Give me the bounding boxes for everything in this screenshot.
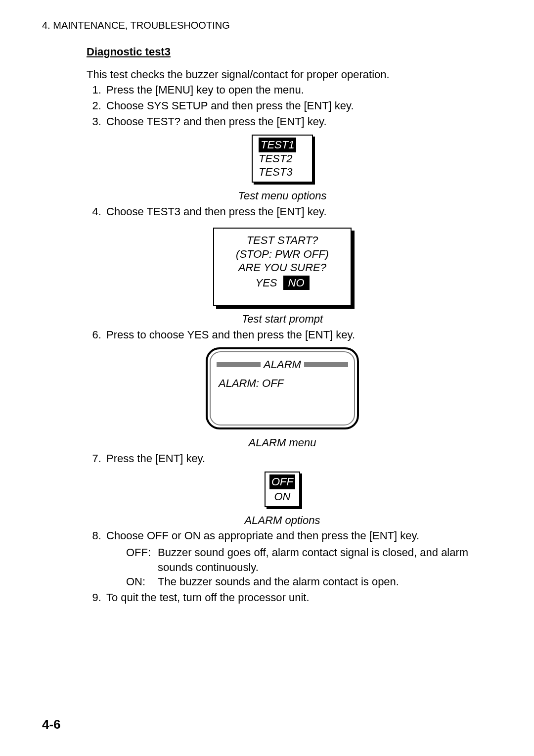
alarm-options-caption: ALARM options bbox=[87, 513, 478, 528]
alarm-options-figure: OFF ON bbox=[265, 472, 300, 507]
content-area: Diagnostic test3 This test checks the bu… bbox=[87, 45, 478, 605]
alarm-titlebar: ALARM bbox=[217, 357, 348, 372]
prompt-no-selected: NO bbox=[283, 276, 310, 290]
definition-off-row: OFF: Buzzer sound goes off, alarm contac… bbox=[126, 545, 478, 574]
definition-off-text: Buzzer sound goes off, alarm contact sig… bbox=[158, 545, 478, 574]
section-title: Diagnostic test3 bbox=[87, 45, 478, 59]
prompt-figure: TEST START? (STOP: PWR OFF) ARE YOU SURE… bbox=[213, 228, 352, 306]
steps-list-7: Press the [ENT] key. bbox=[87, 451, 478, 466]
definition-off-label: OFF: bbox=[126, 545, 152, 560]
alarm-status-line: ALARM: OFF bbox=[219, 376, 348, 391]
step-2: Choose SYS SETUP and then press the [ENT… bbox=[104, 98, 478, 113]
prompt-box: TEST START? (STOP: PWR OFF) ARE YOU SURE… bbox=[213, 228, 352, 306]
page-number: 4-6 bbox=[42, 717, 61, 732]
step-1: Press the [MENU] key to open the menu. bbox=[104, 83, 478, 97]
alarm-title: ALARM bbox=[264, 357, 301, 372]
prompt-caption: Test start prompt bbox=[87, 312, 478, 327]
definition-on-row: ON: The buzzer sounds and the alarm cont… bbox=[126, 574, 478, 589]
alarm-screen-caption: ALARM menu bbox=[87, 435, 478, 450]
test-menu-caption: Test menu options bbox=[87, 189, 478, 203]
step-7: Press the [ENT] key. bbox=[104, 451, 478, 466]
test-menu-box: TEST1 TEST2 TEST3 bbox=[252, 135, 313, 182]
alarm-screen-outer: ALARM ALARM: OFF bbox=[206, 347, 359, 429]
definition-on-text: The buzzer sounds and the alarm contact … bbox=[158, 574, 399, 589]
step-9: To quit the test, turn off the processor… bbox=[104, 590, 478, 605]
step-8-definitions: OFF: Buzzer sound goes off, alarm contac… bbox=[126, 545, 478, 589]
step-6: Press to choose YES and then press the [… bbox=[104, 328, 478, 342]
alarm-figure: ALARM ALARM: OFF bbox=[206, 347, 359, 429]
titlebar-left-bar bbox=[217, 362, 261, 367]
steps-list-6: Press to choose YES and then press the [… bbox=[87, 328, 478, 342]
alarm-option-selected: OFF bbox=[269, 474, 295, 489]
titlebar-right-bar bbox=[304, 362, 348, 367]
steps-list-1-3: Press the [MENU] key to open the menu. C… bbox=[87, 83, 478, 129]
step-8: Choose OFF or ON as appropriate and then… bbox=[104, 528, 478, 589]
step-8-text: Choose OFF or ON as appropriate and then… bbox=[106, 529, 419, 542]
steps-list-8-9: Choose OFF or ON as appropriate and then… bbox=[87, 528, 478, 605]
alarm-option: ON bbox=[268, 489, 296, 504]
test-menu-item: TEST3 bbox=[259, 166, 306, 179]
alarm-screen-inner: ALARM ALARM: OFF bbox=[210, 351, 355, 425]
test-menu-item-selected: TEST1 bbox=[259, 138, 296, 152]
alarm-options-box: OFF ON bbox=[265, 472, 300, 507]
step-4: Choose TEST3 and then press the [ENT] ke… bbox=[104, 204, 478, 219]
intro-text: This test checks the buzzer signal/conta… bbox=[87, 67, 478, 82]
prompt-yes: YES bbox=[255, 276, 277, 290]
page-header: 4. MAINTENANCE, TROUBLESHOOTING bbox=[42, 20, 230, 31]
prompt-line-1: TEST START? bbox=[218, 234, 347, 247]
test-menu-figure: TEST1 TEST2 TEST3 bbox=[252, 135, 313, 182]
prompt-yes-no-row: YES NO bbox=[218, 276, 347, 290]
test-menu-item: TEST2 bbox=[259, 152, 306, 165]
steps-list-4: Choose TEST3 and then press the [ENT] ke… bbox=[87, 204, 478, 219]
definition-on-label: ON: bbox=[126, 574, 152, 589]
step-3: Choose TEST? and then press the [ENT] ke… bbox=[104, 114, 478, 129]
prompt-line-2: (STOP: PWR OFF) bbox=[218, 247, 347, 261]
prompt-line-3: ARE YOU SURE? bbox=[218, 261, 347, 275]
page: 4. MAINTENANCE, TROUBLESHOOTING Diagnost… bbox=[0, 0, 534, 756]
